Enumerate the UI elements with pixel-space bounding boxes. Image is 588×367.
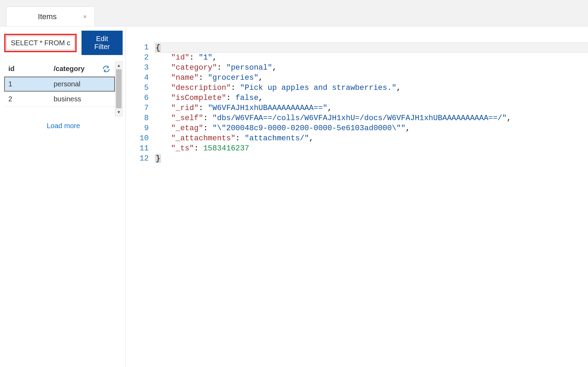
filter-input-highlight	[4, 34, 77, 52]
table-row[interactable]: 2 business	[4, 92, 115, 107]
cell-category: business	[54, 95, 102, 103]
results-wrap: id /category 1 personal 2	[4, 61, 123, 116]
load-more-link[interactable]: Load more	[4, 116, 123, 135]
cell-id: 1	[8, 80, 54, 88]
filter-input[interactable]	[6, 36, 75, 50]
filter-row: Edit Filter	[4, 31, 123, 55]
column-header-category[interactable]: /category	[54, 65, 102, 73]
results-scrollbar[interactable]: ▲ ▼	[115, 61, 123, 116]
results-header: id /category	[4, 61, 115, 77]
edit-filter-button[interactable]: Edit Filter	[82, 31, 123, 55]
results-list: id /category 1 personal 2	[4, 61, 115, 116]
scroll-thumb[interactable]	[116, 69, 122, 108]
scroll-up-icon[interactable]: ▲	[117, 63, 121, 68]
tab-strip: Items ×	[0, 0, 588, 26]
scroll-down-icon[interactable]: ▼	[117, 110, 121, 115]
tab-label: Items	[13, 12, 82, 21]
table-row[interactable]: 1 personal	[4, 77, 115, 92]
left-panel: Edit Filter id /category 1 personal	[0, 26, 125, 367]
document-editor[interactable]: 123456789101112 {"id": "1","category": "…	[125, 26, 588, 367]
code-area[interactable]: {"id": "1","category": "personal","name"…	[155, 42, 588, 367]
cell-category: personal	[54, 80, 102, 88]
refresh-icon[interactable]	[102, 65, 111, 73]
tab-items[interactable]: Items ×	[6, 7, 95, 26]
line-gutter: 123456789101112	[126, 42, 155, 367]
cell-id: 2	[8, 95, 54, 103]
column-header-id[interactable]: id	[8, 65, 54, 73]
close-icon[interactable]: ×	[82, 14, 88, 20]
content-area: Edit Filter id /category 1 personal	[0, 26, 588, 367]
